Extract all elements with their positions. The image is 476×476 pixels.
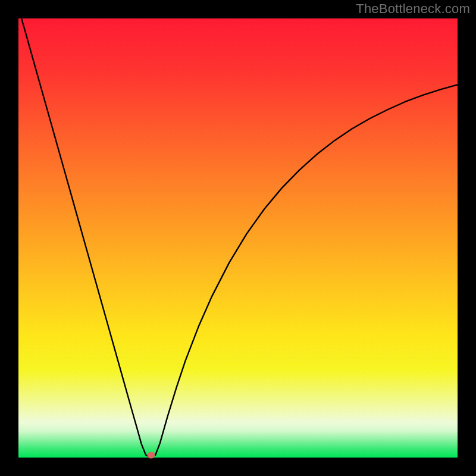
curve bbox=[18, 18, 458, 458]
minimum-marker bbox=[147, 452, 155, 459]
watermark-text: TheBottleneck.com bbox=[356, 1, 470, 17]
chart-stage: TheBottleneck.com bbox=[0, 0, 476, 476]
plot-area bbox=[18, 18, 458, 458]
